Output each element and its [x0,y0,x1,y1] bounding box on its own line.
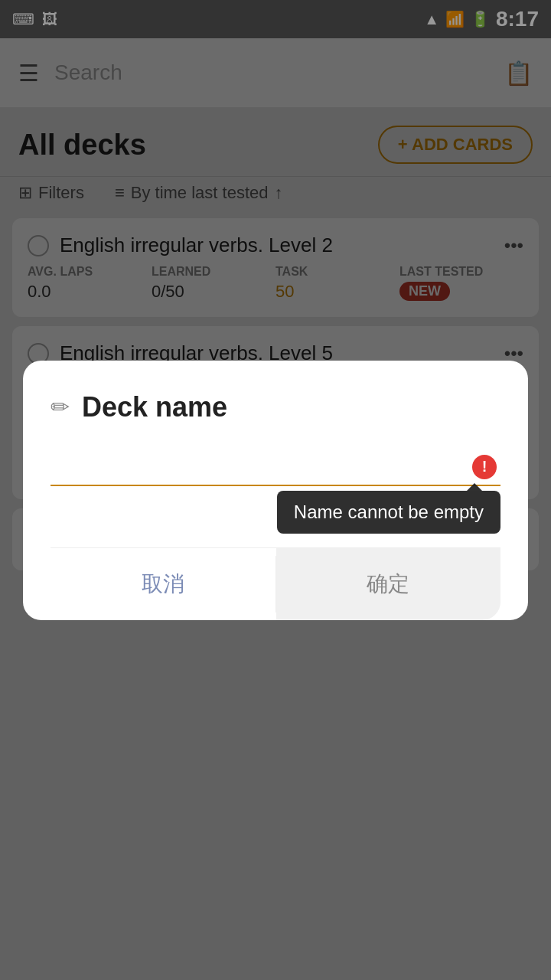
input-wrapper: ! [51,448,500,486]
svg-text:!: ! [482,458,487,475]
modal-overlay: ✏ Deck name ! Name cannot be empty 取消 [0,0,551,980]
error-icon: ! [471,454,497,480]
error-message: Name cannot be empty [294,501,484,522]
modal-title-row: ✏ Deck name [51,391,500,423]
modal-actions: 取消 确定 [51,547,500,620]
input-container: ! Name cannot be empty [51,448,500,486]
error-tooltip: Name cannot be empty [277,491,500,534]
pencil-icon: ✏ [51,394,70,420]
deck-name-input[interactable] [51,448,500,486]
modal-confirm-button[interactable]: 确定 [276,548,501,620]
cancel-label: 取消 [142,572,184,596]
modal-title: Deck name [82,391,227,423]
modal-dialog: ✏ Deck name ! Name cannot be empty 取消 [23,361,528,620]
modal-cancel-button[interactable]: 取消 [51,548,276,620]
confirm-label: 确定 [367,572,409,596]
